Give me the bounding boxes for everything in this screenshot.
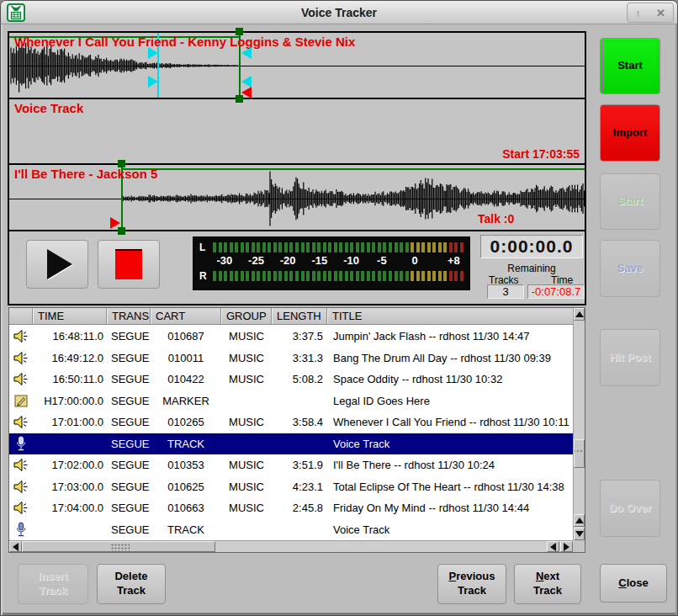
meter-segment xyxy=(213,271,216,281)
meter-segment xyxy=(449,271,453,281)
meter-scale-label: -10 xyxy=(343,254,359,267)
delete-track-button[interactable]: DeleteTrack xyxy=(97,564,166,604)
voice-tracker-window: Voice Tracker ↑ ✕ Whenever I Call You Fr… xyxy=(0,0,678,616)
meter-segment xyxy=(295,271,299,281)
column-header-CART[interactable]: CART xyxy=(151,308,221,324)
meter-segment xyxy=(252,242,255,252)
segue-marker-handle-icon[interactable] xyxy=(241,76,252,88)
log-cell-time: 17:04:00.0 xyxy=(33,497,107,519)
marker-handle-top[interactable] xyxy=(118,160,125,167)
start-record-button[interactable]: Start xyxy=(600,38,660,94)
log-row[interactable]: 16:48:11.0SEGUE010687MUSIC3:37.5Jumpin' … xyxy=(9,326,573,348)
meter-right-label: R xyxy=(199,270,213,282)
microphone-icon xyxy=(9,519,33,541)
scroll-up-button-2[interactable] xyxy=(574,514,585,527)
remaining-label: Remaining xyxy=(480,263,583,274)
column-header-TITLE[interactable]: TITLE xyxy=(327,308,573,324)
log-cell-length: 3:31.3 xyxy=(272,348,327,369)
meter-segment xyxy=(383,271,386,281)
column-header-GROUP[interactable]: GROUP xyxy=(221,308,272,324)
meter-segment xyxy=(246,271,249,281)
save-button: Save xyxy=(600,240,660,297)
log-cell-group: MUSIC xyxy=(221,326,272,348)
shade-button[interactable]: ↑ xyxy=(635,7,641,19)
log-row[interactable]: 17:03:00.0SEGUE010625MUSIC4:23.1Total Ec… xyxy=(9,476,573,498)
waveform-panel-voice-track[interactable]: Voice Track Start 17:03:55 xyxy=(9,99,585,165)
scroll-up-button[interactable] xyxy=(574,308,585,321)
time-remaining-value: -0:07:08.7 xyxy=(527,284,585,299)
log-cell-cart: TRACK xyxy=(151,519,221,541)
horizontal-scrollbar[interactable] xyxy=(9,540,573,552)
meter-left-label: L xyxy=(199,242,213,253)
vertical-scrollbar[interactable] xyxy=(573,308,585,540)
next-track-button[interactable]: Next Track xyxy=(514,564,581,604)
log-row[interactable]: SEGUETRACKVoice Track xyxy=(9,519,573,541)
meter-segment xyxy=(416,242,420,252)
meter-scale-label: +8 xyxy=(448,254,460,267)
meter-segment xyxy=(405,271,409,281)
log-row[interactable]: SEGUETRACKVoice Track xyxy=(9,433,573,455)
meter-segment xyxy=(400,242,403,252)
start-marker-handle-icon[interactable] xyxy=(110,217,120,229)
meter-segment xyxy=(438,242,442,252)
log-cell-trans: SEGUE xyxy=(107,412,151,433)
meter-segment xyxy=(257,271,260,281)
stop-button[interactable] xyxy=(98,240,160,289)
meter-segment xyxy=(438,271,442,281)
meter-segment xyxy=(278,242,282,252)
meter-segment xyxy=(378,271,381,281)
close-button[interactable]: Close xyxy=(600,564,667,603)
column-header-icon[interactable] xyxy=(9,308,33,324)
log-cell-group: MUSIC xyxy=(221,476,272,498)
log-cell-cart: 010663 xyxy=(151,497,221,519)
column-header-TRANS[interactable]: TRANS xyxy=(107,308,151,324)
column-header-LENGTH[interactable]: LENGTH xyxy=(272,308,327,324)
meter-segment xyxy=(411,242,414,252)
segue-marker-handle-icon[interactable] xyxy=(241,47,252,59)
meter-segment xyxy=(241,242,244,252)
meter-segment xyxy=(356,271,359,281)
scroll-left-button-2[interactable] xyxy=(547,541,559,552)
import-button[interactable]: Import xyxy=(600,104,660,162)
marker-handle-top[interactable] xyxy=(236,28,243,35)
waveform-panel-incoming-track[interactable]: I'll Be There - Jackson 5 Talk :0 xyxy=(9,165,585,231)
log-cell-title: Voice Track xyxy=(327,433,573,455)
log-row[interactable]: 17:01:00.0SEGUE010265MUSIC3:58.4Whenever… xyxy=(9,412,573,433)
vertical-scroll-thumb[interactable] xyxy=(574,439,585,468)
log-cell-title: Legal ID Goes Here xyxy=(327,390,573,412)
close-window-button[interactable]: ✕ xyxy=(656,7,665,19)
arrow-down-icon xyxy=(575,531,584,537)
meter-segment xyxy=(273,271,277,281)
log-row[interactable]: 17:04:00.0SEGUE010663MUSIC2:45.8Friday O… xyxy=(9,497,573,519)
talk-marker-handle-icon[interactable] xyxy=(148,76,158,88)
log-cell-time: 17:01:00.0 xyxy=(33,412,107,433)
log-cell-length xyxy=(272,433,327,455)
meter-segment xyxy=(339,271,342,281)
talk-marker-handle-icon[interactable] xyxy=(148,47,158,59)
previous-track-button[interactable]: Previous Track xyxy=(437,564,506,604)
meter-segment xyxy=(421,271,425,281)
meter-segment xyxy=(224,271,227,281)
scroll-right-button[interactable] xyxy=(560,541,573,552)
log-cell-trans: SEGUE xyxy=(107,476,151,498)
end-marker-handle-icon[interactable] xyxy=(241,87,252,98)
scroll-down-button[interactable] xyxy=(574,528,585,540)
titlebar[interactable]: Voice Tracker ↑ ✕ xyxy=(1,1,677,24)
column-header-TIME[interactable]: TIME xyxy=(33,308,107,324)
meter-segment xyxy=(372,242,375,252)
log-row[interactable]: H17:00:00.0SEGUEMARKERLegal ID Goes Here xyxy=(9,390,573,412)
log-row[interactable]: 16:49:12.0SEGUE010011MUSIC3:31.3Bang The… xyxy=(9,348,573,369)
speaker-icon xyxy=(9,454,33,476)
waveform-panel-outgoing-track[interactable]: Whenever I Call You Friend - Kenny Loggi… xyxy=(9,33,585,99)
meter-segment xyxy=(432,242,436,252)
play-button[interactable] xyxy=(26,240,88,289)
log-row[interactable]: 17:02:00.0SEGUE010353MUSIC3:51.9I'll Be … xyxy=(9,454,573,476)
log-cell-length: 2:45.8 xyxy=(272,497,327,519)
log-row[interactable]: 16:50:11.0SEGUE010422MUSIC5:08.2Space Od… xyxy=(9,369,573,390)
horizontal-scroll-thumb[interactable] xyxy=(22,541,215,552)
log-cell-time: 16:49:12.0 xyxy=(33,348,107,369)
scroll-left-button[interactable] xyxy=(9,541,22,552)
meter-segment xyxy=(284,271,288,281)
meter-segment xyxy=(454,271,458,281)
log-cell-time: 17:02:00.0 xyxy=(33,454,107,476)
